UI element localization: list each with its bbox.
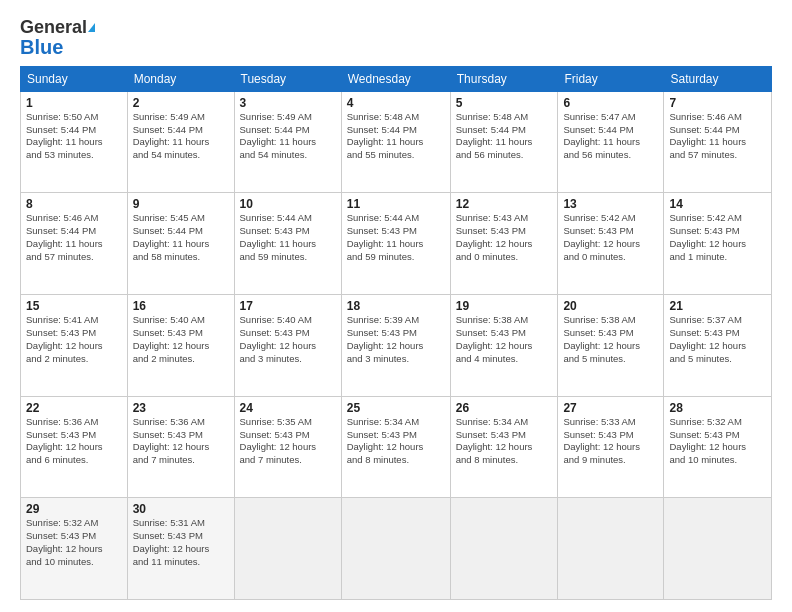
day-number: 3 xyxy=(240,96,336,110)
day-number: 20 xyxy=(563,299,658,313)
day-number: 22 xyxy=(26,401,122,415)
calendar-cell: 10Sunrise: 5:44 AMSunset: 5:43 PMDayligh… xyxy=(234,193,341,295)
day-info: Sunrise: 5:37 AMSunset: 5:43 PMDaylight:… xyxy=(669,314,766,365)
day-info: Sunrise: 5:36 AMSunset: 5:43 PMDaylight:… xyxy=(133,416,229,467)
calendar-cell: 19Sunrise: 5:38 AMSunset: 5:43 PMDayligh… xyxy=(450,295,558,397)
calendar-cell: 11Sunrise: 5:44 AMSunset: 5:43 PMDayligh… xyxy=(341,193,450,295)
calendar-cell: 5Sunrise: 5:48 AMSunset: 5:44 PMDaylight… xyxy=(450,91,558,193)
weekday-sunday: Sunday xyxy=(21,66,128,91)
calendar-cell xyxy=(234,498,341,600)
day-number: 27 xyxy=(563,401,658,415)
day-info: Sunrise: 5:49 AMSunset: 5:44 PMDaylight:… xyxy=(133,111,229,162)
day-number: 7 xyxy=(669,96,766,110)
week-row-2: 15Sunrise: 5:41 AMSunset: 5:43 PMDayligh… xyxy=(21,295,772,397)
day-number: 13 xyxy=(563,197,658,211)
day-number: 10 xyxy=(240,197,336,211)
day-info: Sunrise: 5:40 AMSunset: 5:43 PMDaylight:… xyxy=(133,314,229,365)
day-info: Sunrise: 5:49 AMSunset: 5:44 PMDaylight:… xyxy=(240,111,336,162)
day-info: Sunrise: 5:38 AMSunset: 5:43 PMDaylight:… xyxy=(456,314,553,365)
day-info: Sunrise: 5:36 AMSunset: 5:43 PMDaylight:… xyxy=(26,416,122,467)
header: General Blue xyxy=(20,18,772,58)
calendar-cell: 18Sunrise: 5:39 AMSunset: 5:43 PMDayligh… xyxy=(341,295,450,397)
day-info: Sunrise: 5:39 AMSunset: 5:43 PMDaylight:… xyxy=(347,314,445,365)
calendar-cell: 7Sunrise: 5:46 AMSunset: 5:44 PMDaylight… xyxy=(664,91,772,193)
calendar-cell: 8Sunrise: 5:46 AMSunset: 5:44 PMDaylight… xyxy=(21,193,128,295)
day-number: 17 xyxy=(240,299,336,313)
day-number: 25 xyxy=(347,401,445,415)
day-number: 15 xyxy=(26,299,122,313)
calendar-cell: 6Sunrise: 5:47 AMSunset: 5:44 PMDaylight… xyxy=(558,91,664,193)
week-row-0: 1Sunrise: 5:50 AMSunset: 5:44 PMDaylight… xyxy=(21,91,772,193)
day-number: 12 xyxy=(456,197,553,211)
calendar-body: 1Sunrise: 5:50 AMSunset: 5:44 PMDaylight… xyxy=(21,91,772,599)
day-number: 24 xyxy=(240,401,336,415)
day-info: Sunrise: 5:46 AMSunset: 5:44 PMDaylight:… xyxy=(669,111,766,162)
day-number: 30 xyxy=(133,502,229,516)
calendar-cell: 21Sunrise: 5:37 AMSunset: 5:43 PMDayligh… xyxy=(664,295,772,397)
day-number: 8 xyxy=(26,197,122,211)
calendar-cell: 4Sunrise: 5:48 AMSunset: 5:44 PMDaylight… xyxy=(341,91,450,193)
day-info: Sunrise: 5:47 AMSunset: 5:44 PMDaylight:… xyxy=(563,111,658,162)
calendar-cell: 1Sunrise: 5:50 AMSunset: 5:44 PMDaylight… xyxy=(21,91,128,193)
day-info: Sunrise: 5:48 AMSunset: 5:44 PMDaylight:… xyxy=(456,111,553,162)
week-row-4: 29Sunrise: 5:32 AMSunset: 5:43 PMDayligh… xyxy=(21,498,772,600)
calendar-cell xyxy=(450,498,558,600)
calendar-cell: 3Sunrise: 5:49 AMSunset: 5:44 PMDaylight… xyxy=(234,91,341,193)
calendar-cell: 24Sunrise: 5:35 AMSunset: 5:43 PMDayligh… xyxy=(234,396,341,498)
day-number: 21 xyxy=(669,299,766,313)
day-number: 29 xyxy=(26,502,122,516)
day-info: Sunrise: 5:50 AMSunset: 5:44 PMDaylight:… xyxy=(26,111,122,162)
calendar-cell: 17Sunrise: 5:40 AMSunset: 5:43 PMDayligh… xyxy=(234,295,341,397)
weekday-monday: Monday xyxy=(127,66,234,91)
day-info: Sunrise: 5:35 AMSunset: 5:43 PMDaylight:… xyxy=(240,416,336,467)
calendar-cell: 13Sunrise: 5:42 AMSunset: 5:43 PMDayligh… xyxy=(558,193,664,295)
weekday-wednesday: Wednesday xyxy=(341,66,450,91)
day-number: 23 xyxy=(133,401,229,415)
day-number: 16 xyxy=(133,299,229,313)
week-row-1: 8Sunrise: 5:46 AMSunset: 5:44 PMDaylight… xyxy=(21,193,772,295)
calendar-cell: 20Sunrise: 5:38 AMSunset: 5:43 PMDayligh… xyxy=(558,295,664,397)
day-info: Sunrise: 5:45 AMSunset: 5:44 PMDaylight:… xyxy=(133,212,229,263)
calendar-cell: 16Sunrise: 5:40 AMSunset: 5:43 PMDayligh… xyxy=(127,295,234,397)
weekday-thursday: Thursday xyxy=(450,66,558,91)
day-number: 2 xyxy=(133,96,229,110)
day-info: Sunrise: 5:40 AMSunset: 5:43 PMDaylight:… xyxy=(240,314,336,365)
day-number: 18 xyxy=(347,299,445,313)
day-info: Sunrise: 5:48 AMSunset: 5:44 PMDaylight:… xyxy=(347,111,445,162)
calendar-cell: 12Sunrise: 5:43 AMSunset: 5:43 PMDayligh… xyxy=(450,193,558,295)
calendar-cell: 27Sunrise: 5:33 AMSunset: 5:43 PMDayligh… xyxy=(558,396,664,498)
day-number: 26 xyxy=(456,401,553,415)
day-info: Sunrise: 5:32 AMSunset: 5:43 PMDaylight:… xyxy=(669,416,766,467)
day-number: 14 xyxy=(669,197,766,211)
calendar-cell: 25Sunrise: 5:34 AMSunset: 5:43 PMDayligh… xyxy=(341,396,450,498)
day-info: Sunrise: 5:44 AMSunset: 5:43 PMDaylight:… xyxy=(240,212,336,263)
day-info: Sunrise: 5:32 AMSunset: 5:43 PMDaylight:… xyxy=(26,517,122,568)
calendar-cell: 30Sunrise: 5:31 AMSunset: 5:43 PMDayligh… xyxy=(127,498,234,600)
day-info: Sunrise: 5:42 AMSunset: 5:43 PMDaylight:… xyxy=(669,212,766,263)
calendar-cell: 9Sunrise: 5:45 AMSunset: 5:44 PMDaylight… xyxy=(127,193,234,295)
calendar-cell: 29Sunrise: 5:32 AMSunset: 5:43 PMDayligh… xyxy=(21,498,128,600)
week-row-3: 22Sunrise: 5:36 AMSunset: 5:43 PMDayligh… xyxy=(21,396,772,498)
page: General Blue SundayMondayTuesdayWednesda… xyxy=(0,0,792,612)
day-info: Sunrise: 5:33 AMSunset: 5:43 PMDaylight:… xyxy=(563,416,658,467)
day-info: Sunrise: 5:44 AMSunset: 5:43 PMDaylight:… xyxy=(347,212,445,263)
calendar-cell: 22Sunrise: 5:36 AMSunset: 5:43 PMDayligh… xyxy=(21,396,128,498)
weekday-saturday: Saturday xyxy=(664,66,772,91)
day-number: 5 xyxy=(456,96,553,110)
calendar-cell: 15Sunrise: 5:41 AMSunset: 5:43 PMDayligh… xyxy=(21,295,128,397)
day-number: 28 xyxy=(669,401,766,415)
day-number: 19 xyxy=(456,299,553,313)
weekday-header: SundayMondayTuesdayWednesdayThursdayFrid… xyxy=(21,66,772,91)
day-number: 11 xyxy=(347,197,445,211)
calendar-cell: 23Sunrise: 5:36 AMSunset: 5:43 PMDayligh… xyxy=(127,396,234,498)
day-info: Sunrise: 5:41 AMSunset: 5:43 PMDaylight:… xyxy=(26,314,122,365)
day-info: Sunrise: 5:42 AMSunset: 5:43 PMDaylight:… xyxy=(563,212,658,263)
calendar-cell xyxy=(664,498,772,600)
calendar-cell: 2Sunrise: 5:49 AMSunset: 5:44 PMDaylight… xyxy=(127,91,234,193)
weekday-friday: Friday xyxy=(558,66,664,91)
calendar-table: SundayMondayTuesdayWednesdayThursdayFrid… xyxy=(20,66,772,600)
calendar-cell: 28Sunrise: 5:32 AMSunset: 5:43 PMDayligh… xyxy=(664,396,772,498)
logo-blue: Blue xyxy=(20,36,63,58)
day-info: Sunrise: 5:43 AMSunset: 5:43 PMDaylight:… xyxy=(456,212,553,263)
day-info: Sunrise: 5:38 AMSunset: 5:43 PMDaylight:… xyxy=(563,314,658,365)
